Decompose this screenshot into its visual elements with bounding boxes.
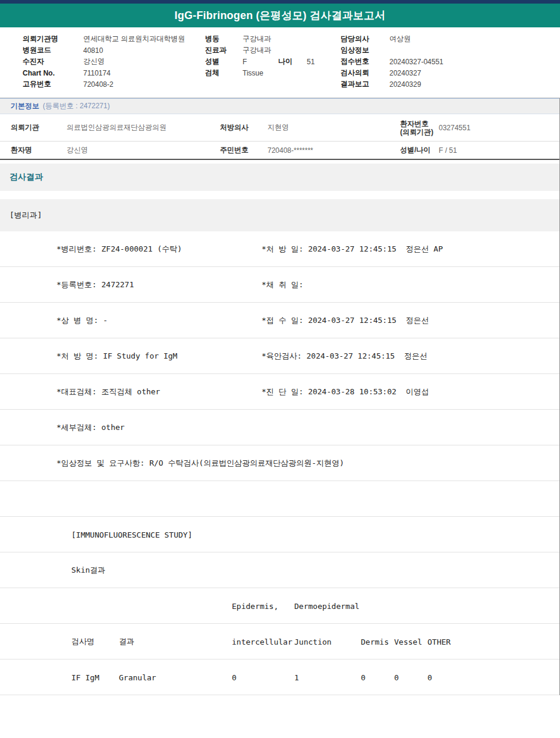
field-label: Chart No. <box>23 69 83 77</box>
field-value: 20240327-04551 <box>389 58 443 66</box>
pathology-row: *임상정보 및 요구사항: R/O 수탁검사(의료법인삼광의료재단삼광의원-지현… <box>0 445 559 481</box>
if-study-title: [IMMUNOFLUORESCENCE STUDY] <box>71 530 193 539</box>
field-value: 여상원 <box>389 34 411 44</box>
field-label: 환자번호(의뢰기관) <box>389 120 439 136</box>
column-header: OTHER <box>427 637 451 646</box>
field-label: 병동 <box>205 34 243 44</box>
cell-other: 0 <box>427 673 432 682</box>
pathology-field-right: *진 단 일: 2024-03-28 10:53:02 이영섭 <box>262 387 429 397</box>
field-value: 03274551 <box>439 124 559 132</box>
results-section-title: 검사결과 <box>10 172 43 183</box>
column-header: Vessel <box>394 637 422 646</box>
pathology-field-right: *처 방 일: 2024-03-27 12:45:15 정은선 AP <box>262 244 443 255</box>
report-body: 기본정보 (등록번호 : 2472271) 의뢰기관 의료법인삼광의료재단삼광의… <box>0 98 560 695</box>
field-value: 지현영 <box>268 123 389 133</box>
field-label: 주민번호 <box>209 145 268 155</box>
report-header-info: 의뢰기관명연세대학교 의료원치과대학병원 병원코드40810 수진자강신영 Ch… <box>0 27 560 98</box>
report-title: IgG-Fibrinogen (은평성모) 검사결과보고서 <box>175 8 386 23</box>
pathology-field-left: *상 병 명: - <box>56 315 108 326</box>
field-label: 나이 <box>278 56 307 67</box>
field-value: 강신영 <box>67 145 209 155</box>
if-study-data-row: IF IgM Granular 0 1 0 0 0 <box>0 660 559 695</box>
field-label: 처방의사 <box>209 123 268 133</box>
cell-test-name: IF IgM <box>71 673 99 682</box>
basic-info-row: 의뢰기관 의료법인삼광의료재단삼광의원 처방의사 지현영 환자번호(의뢰기관) … <box>0 114 559 142</box>
pathology-row: *처 방 명: IF Study for IgM *육안검사: 2024-03-… <box>0 338 559 374</box>
field-label: 진료과 <box>205 45 243 55</box>
column-header: Dermis <box>361 637 389 646</box>
pathology-field-left: *세부검체: other <box>56 422 125 433</box>
cell-intercellular: 0 <box>232 673 237 682</box>
if-study-header-top-row: Epidermis, Dermoepidermal <box>0 588 559 624</box>
header-column-1: 의뢰기관명연세대학교 의료원치과대학병원 병원코드40810 수진자강신영 Ch… <box>23 33 185 90</box>
column-header: 결과 <box>119 636 134 647</box>
basic-info-row: 환자명 강신영 주민번호 720408-******* 성별/나이 F / 51 <box>0 142 559 160</box>
pathology-field-left: *병리번호: ZF24-000021 (수탁) <box>56 244 182 255</box>
field-label: 수진자 <box>23 56 83 67</box>
field-label: 검사의뢰 <box>341 68 389 78</box>
column-header: intercellular <box>232 637 292 646</box>
report-title-banner: IgG-Fibrinogen (은평성모) 검사결과보고서 <box>0 4 560 27</box>
field-value: 구강내과 <box>243 34 271 44</box>
cell-junction: 1 <box>294 673 299 682</box>
field-label-line1: 환자번호 <box>400 120 439 128</box>
field-value: 7110174 <box>83 69 111 77</box>
header-column-3: 담당의사여상원 임상정보 접수번호20240327-04551 검사의뢰2024… <box>341 33 443 90</box>
field-value: F <box>243 58 278 66</box>
field-value: 720408-2 <box>83 80 114 89</box>
field-value: 구강내과 <box>243 45 271 55</box>
if-study-subtitle: Skin결과 <box>71 565 105 576</box>
field-label-line2: (의뢰기관) <box>400 128 439 136</box>
blank-row <box>0 481 559 517</box>
lab-report-page: { "title": "IgG-Fibrinogen (은평성모) 검사결과보고… <box>0 0 560 738</box>
if-study-title-row: [IMMUNOFLUORESCENCE STUDY] <box>0 517 559 552</box>
cell-result: Granular <box>119 673 156 682</box>
pathology-field-right: *채 취 일: <box>262 280 303 290</box>
pathology-field-left: *임상정보 및 요구사항: R/O 수탁검사(의료법인삼광의료재단삼광의원-지현… <box>56 458 344 469</box>
cell-vessel: 0 <box>394 673 399 682</box>
field-label: 성별 <box>205 56 243 67</box>
spacer <box>0 191 559 199</box>
field-label: 의뢰기관명 <box>23 34 83 44</box>
if-study-subtitle-row: Skin결과 <box>0 552 559 588</box>
header-column-2: 병동구강내과 진료과구강내과 성별 F 나이 51 검체Tissue <box>205 33 314 78</box>
basic-info-reg-number: (등록번호 : 2472271) <box>43 101 110 111</box>
if-study-header-row: 검사명 결과 intercellular Junction Dermis Ves… <box>0 624 559 660</box>
pathology-field-left: *등록번호: 2472271 <box>56 280 134 290</box>
pathology-row: *세부검체: other <box>0 410 559 445</box>
field-label: 결과보고 <box>341 79 389 89</box>
field-label: 의뢰기관 <box>0 123 67 133</box>
field-label: 성별/나이 <box>389 145 439 155</box>
field-label: 고유번호 <box>23 79 83 89</box>
cell-dermis: 0 <box>361 673 366 682</box>
field-label: 담당의사 <box>341 34 389 44</box>
basic-info-bar: 기본정보 (등록번호 : 2472271) <box>0 98 559 114</box>
results-section-header: 검사결과 <box>0 164 559 191</box>
pathology-field-right: *육안검사: 2024-03-27 12:45:15 정은선 <box>262 351 427 362</box>
field-label: 검체 <box>205 68 243 78</box>
basic-info-title: 기본정보 <box>11 101 39 111</box>
field-value: 51 <box>307 58 314 66</box>
field-label: 임상정보 <box>341 45 389 55</box>
pathology-field-right: *접 수 일: 2024-03-27 12:45:15 정은선 <box>262 315 429 326</box>
field-value: 20240327 <box>389 69 421 77</box>
field-value: 20240329 <box>389 80 421 89</box>
field-value: 연세대학교 의료원치과대학병원 <box>83 34 185 44</box>
field-value: 의료법인삼광의료재단삼광의원 <box>67 123 209 133</box>
field-value: F / 51 <box>439 146 559 155</box>
field-label: 병원코드 <box>23 45 83 55</box>
field-value: Tissue <box>243 69 263 77</box>
column-header: Junction <box>294 637 332 646</box>
pathology-row: *등록번호: 2472271 *채 취 일: <box>0 267 559 303</box>
pathology-field-left: *대표검체: 조직검체 other <box>56 387 160 397</box>
field-value: 강신영 <box>83 56 105 67</box>
field-label: 환자명 <box>0 145 67 155</box>
department-label: [병리과] <box>10 210 42 221</box>
department-band: [병리과] <box>0 199 559 231</box>
pathology-field-left: *처 방 명: IF Study for IgM <box>56 351 177 362</box>
column-header: 검사명 <box>71 636 95 647</box>
field-value: 720408-******* <box>268 146 389 155</box>
field-value: 40810 <box>83 46 103 55</box>
field-label: 접수번호 <box>341 56 389 67</box>
column-group-label: Dermoepidermal <box>294 601 360 610</box>
